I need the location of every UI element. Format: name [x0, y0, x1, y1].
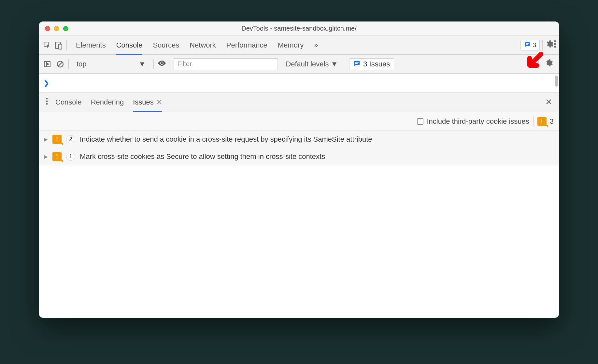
tab-network[interactable]: Network	[190, 36, 216, 55]
window-title: DevTools - samesite-sandbox.glitch.me/	[39, 25, 559, 32]
log-levels-selector[interactable]: Default levels ▼	[286, 60, 338, 68]
settings-gear-icon[interactable]	[545, 40, 554, 50]
checkbox-label: Include third-party cookie issues	[427, 117, 529, 126]
message-icon	[353, 60, 361, 68]
issues-count-badge: ! 3	[537, 117, 554, 126]
annotation-arrow-icon	[523, 51, 546, 75]
warning-icon: !	[52, 135, 62, 144]
drawer-tabbar: Console Rendering Issues ✕ ✕	[39, 92, 559, 112]
issues-count: 3	[533, 41, 536, 49]
drawer-tabs: Console Rendering Issues ✕	[51, 92, 542, 112]
separator	[542, 40, 543, 50]
svg-point-7	[554, 46, 556, 48]
svg-rect-2	[59, 44, 62, 49]
context-selector[interactable]: top ▼	[72, 60, 150, 68]
drawer-tab-issues-label: Issues	[133, 98, 154, 106]
expand-triangle-icon[interactable]: ▶	[44, 137, 48, 142]
filter-input[interactable]	[174, 58, 278, 70]
warning-icon: !	[537, 117, 547, 126]
tabs-overflow[interactable]: »	[314, 36, 318, 55]
devtools-window: DevTools - samesite-sandbox.glitch.me/ E…	[39, 21, 559, 318]
live-expression-icon[interactable]	[157, 59, 167, 69]
drawer-tab-rendering[interactable]: Rendering	[91, 92, 124, 112]
prompt-icon: ❯	[44, 79, 49, 87]
drawer-tab-console[interactable]: Console	[55, 92, 82, 112]
close-drawer-icon[interactable]: ✕	[542, 97, 556, 107]
separator	[533, 117, 534, 126]
separator	[170, 59, 170, 69]
levels-label: Default levels	[286, 60, 329, 68]
inspect-element-icon[interactable]	[42, 40, 53, 51]
svg-point-6	[554, 43, 556, 45]
drawer-tab-issues[interactable]: Issues ✕	[133, 92, 162, 112]
issues-toolbar: Include third-party cookie issues ! 3	[39, 112, 559, 131]
show-console-sidebar-icon[interactable]	[42, 59, 52, 69]
svg-point-17	[46, 100, 48, 102]
separator	[66, 40, 67, 50]
expand-triangle-icon[interactable]: ▶	[44, 154, 48, 159]
titlebar: DevTools - samesite-sandbox.glitch.me/	[39, 21, 559, 36]
scrollbar-thumb[interactable]	[555, 76, 558, 87]
close-tab-icon[interactable]: ✕	[156, 98, 162, 106]
svg-point-13	[161, 62, 163, 64]
issue-title: Indicate whether to send a cookie in a c…	[80, 135, 554, 144]
main-tabbar: Elements Console Sources Network Perform…	[39, 36, 559, 55]
svg-marker-10	[48, 63, 49, 65]
drawer-menu-icon[interactable]	[42, 97, 51, 107]
tab-elements[interactable]: Elements	[76, 36, 106, 55]
svg-rect-15	[355, 63, 358, 64]
issue-row[interactable]: ▶ ! 1 Mark cross-site cookies as Secure …	[39, 148, 559, 165]
svg-line-12	[58, 62, 62, 66]
issue-row[interactable]: ▶ ! 2 Indicate whether to send a cookie …	[39, 131, 559, 148]
svg-rect-4	[526, 44, 528, 45]
separator	[153, 59, 154, 69]
checkbox-icon	[417, 118, 423, 125]
issues-total-count: 3	[550, 117, 554, 126]
issues-button[interactable]: 3 Issues	[349, 58, 394, 70]
separator	[68, 59, 69, 69]
svg-rect-14	[355, 62, 359, 63]
svg-rect-3	[526, 43, 529, 44]
dropdown-triangle-icon: ▼	[331, 60, 338, 68]
separator	[341, 59, 341, 69]
dropdown-triangle-icon: ▼	[139, 60, 146, 68]
tab-performance[interactable]: Performance	[226, 36, 267, 55]
tab-sources[interactable]: Sources	[153, 36, 179, 55]
svg-point-18	[46, 103, 48, 105]
svg-point-5	[554, 40, 556, 42]
tab-console[interactable]: Console	[116, 36, 143, 55]
include-thirdparty-checkbox[interactable]: Include third-party cookie issues	[417, 117, 529, 126]
tabbar-right: 3	[520, 40, 540, 50]
console-toolbar: top ▼ Default levels ▼ 3 Issues	[39, 55, 559, 74]
clear-console-icon[interactable]	[55, 59, 65, 69]
tab-memory[interactable]: Memory	[278, 36, 304, 55]
issue-title: Mark cross-site cookies as Secure to all…	[80, 152, 554, 161]
svg-point-16	[46, 98, 48, 99]
issues-button-label: 3 Issues	[363, 60, 390, 68]
issue-count-pill: 2	[66, 135, 75, 143]
context-value: top	[77, 60, 87, 68]
issues-counter-button[interactable]: 3	[520, 40, 540, 50]
more-menu-icon[interactable]	[554, 40, 556, 50]
main-tabs: Elements Console Sources Network Perform…	[69, 36, 520, 55]
warning-icon: !	[52, 152, 62, 161]
device-toolbar-icon[interactable]	[53, 40, 64, 51]
console-input-area[interactable]: ❯	[39, 74, 559, 92]
issue-count-pill: 1	[66, 153, 75, 161]
message-icon	[524, 41, 531, 49]
